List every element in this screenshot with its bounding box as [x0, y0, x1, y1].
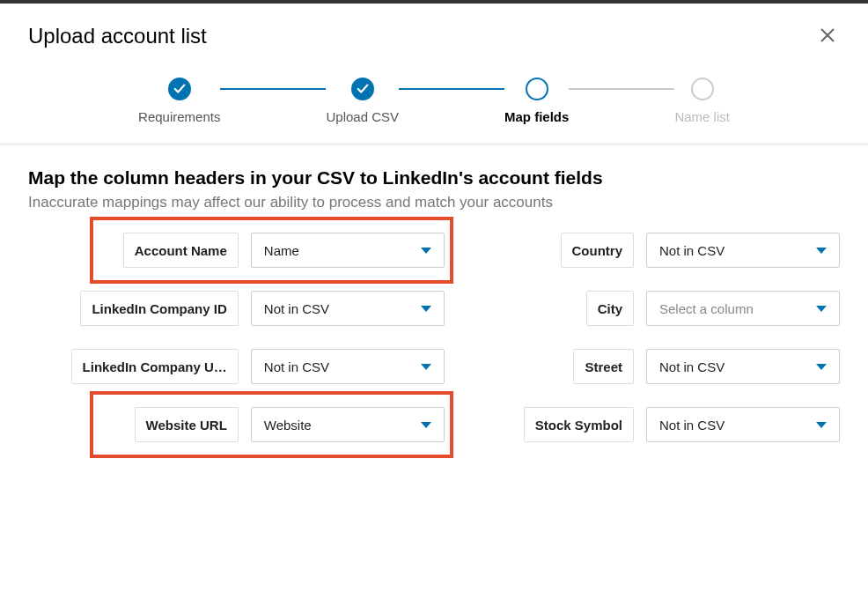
mapping-row-linkedin-company-id: LinkedIn Company ID Not in CSV	[28, 291, 445, 326]
field-label: Website URL	[135, 407, 239, 442]
chevron-down-icon	[816, 422, 827, 428]
field-label: Stock Symbol	[524, 407, 634, 442]
dropdown-linkedin-company-id[interactable]: Not in CSV	[251, 291, 445, 326]
mapping-row-street: Street Not in CSV	[524, 349, 840, 384]
mapping-col-right: Country Not in CSV City Select a column …	[524, 233, 840, 442]
step-connector	[399, 88, 504, 90]
close-button[interactable]	[815, 21, 840, 51]
dropdown-city[interactable]: Select a column	[646, 291, 840, 326]
step-label: Requirements	[138, 109, 220, 124]
modal-title: Upload account list	[28, 24, 207, 48]
field-label: Country	[561, 233, 635, 268]
field-label: Street	[573, 349, 634, 384]
dropdown-value: Website	[264, 418, 312, 433]
dropdown-country[interactable]: Not in CSV	[646, 233, 840, 268]
step-map-fields: Map fields	[504, 78, 569, 124]
dropdown-value: Name	[264, 243, 299, 258]
step-label: Upload CSV	[326, 109, 399, 124]
modal-header: Upload account list	[0, 4, 868, 67]
mapping-row-country: Country Not in CSV	[524, 233, 840, 268]
step-circle-pending	[691, 78, 714, 100]
step-label: Name list	[674, 109, 730, 124]
field-label: City	[586, 291, 634, 326]
dropdown-account-name[interactable]: Name	[251, 233, 445, 268]
field-label: LinkedIn Company ID	[80, 291, 238, 326]
mapping-row-stock-symbol: Stock Symbol Not in CSV	[524, 407, 840, 442]
content-subtitle: Inaccurate mappings may affect our abili…	[28, 194, 840, 211]
content-area: Map the column headers in your CSV to Li…	[0, 144, 868, 465]
dropdown-value: Not in CSV	[264, 301, 329, 316]
dropdown-linkedin-company-url[interactable]: Not in CSV	[251, 349, 445, 384]
step-upload-csv: Upload CSV	[326, 78, 399, 124]
check-icon	[168, 78, 191, 100]
dropdown-street[interactable]: Not in CSV	[646, 349, 840, 384]
chevron-down-icon	[816, 248, 827, 254]
step-requirements: Requirements	[138, 78, 220, 124]
dropdown-value: Not in CSV	[659, 359, 725, 374]
check-icon	[351, 78, 374, 100]
dropdown-value: Not in CSV	[659, 243, 725, 258]
dropdown-value: Select a column	[659, 301, 754, 316]
content-title: Map the column headers in your CSV to Li…	[28, 167, 840, 189]
chevron-down-icon	[421, 364, 431, 370]
field-label: LinkedIn Company U…	[71, 349, 239, 384]
step-connector	[220, 88, 326, 90]
dropdown-value: Not in CSV	[659, 418, 725, 433]
mapping-row-city: City Select a column	[524, 291, 840, 326]
mapping-row-website-url: Website URL Website	[28, 407, 445, 442]
chevron-down-icon	[421, 422, 431, 428]
step-connector	[569, 88, 674, 90]
chevron-down-icon	[421, 248, 431, 254]
close-icon	[819, 23, 836, 49]
dropdown-value: Not in CSV	[264, 359, 329, 374]
mapping-col-left: Account Name Name LinkedIn Company ID No…	[28, 233, 445, 442]
mapping-row-account-name: Account Name Name	[28, 233, 445, 268]
chevron-down-icon	[421, 306, 431, 312]
dropdown-stock-symbol[interactable]: Not in CSV	[646, 407, 840, 442]
dropdown-website-url[interactable]: Website	[251, 407, 445, 442]
chevron-down-icon	[816, 364, 827, 370]
step-circle-active	[526, 78, 548, 100]
field-label: Account Name	[123, 233, 239, 268]
stepper: Requirements Upload CSV Map fields Name …	[0, 67, 868, 144]
mapping-grid: Account Name Name LinkedIn Company ID No…	[28, 233, 840, 442]
chevron-down-icon	[816, 306, 827, 312]
step-name-list: Name list	[674, 78, 730, 124]
mapping-row-linkedin-company-url: LinkedIn Company U… Not in CSV	[28, 349, 445, 384]
step-label: Map fields	[504, 109, 569, 124]
